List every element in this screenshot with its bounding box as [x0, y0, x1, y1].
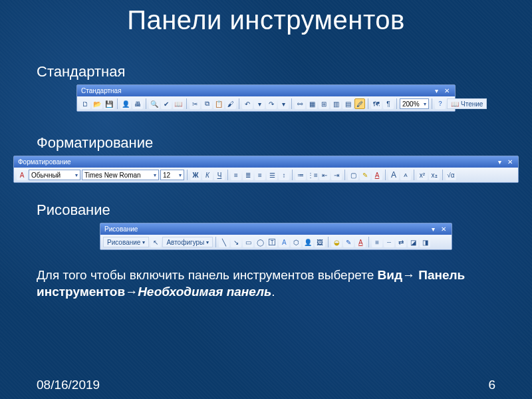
- footer-page-number: 6: [488, 378, 495, 392]
- shadow-style-icon[interactable]: ◪: [408, 237, 418, 247]
- slide-title: Панели инструментов: [0, 0, 532, 35]
- excel-icon[interactable]: ▥: [331, 98, 341, 109]
- copy-icon[interactable]: ⧉: [201, 98, 212, 109]
- read-button[interactable]: 📖 Чтение: [447, 98, 487, 109]
- tables-borders-icon[interactable]: ▦: [307, 98, 317, 109]
- toolbar-standard-title-bar[interactable]: Стандартная ▾ ✕: [77, 85, 455, 96]
- clipart-icon[interactable]: 👤: [303, 237, 313, 247]
- toolbar-dropdown-icon[interactable]: ▾: [429, 225, 437, 233]
- arrow-icon[interactable]: ↘: [231, 237, 241, 247]
- help-icon[interactable]: ？: [435, 98, 446, 109]
- undo-dropdown-icon[interactable]: ▾: [254, 98, 265, 109]
- separator: [291, 98, 292, 109]
- equation-icon[interactable]: √α: [446, 170, 456, 180]
- fill-color-icon[interactable]: ◒: [331, 237, 342, 247]
- paragraph-marks-icon[interactable]: ¶: [383, 98, 394, 109]
- shrink-font-icon[interactable]: A: [400, 170, 411, 180]
- chevron-down-icon: ▾: [142, 239, 145, 245]
- font-combo[interactable]: Times New Roman ▾: [82, 170, 159, 180]
- columns-icon[interactable]: ▤: [342, 98, 353, 109]
- bullet-list-icon[interactable]: ⋮≡: [307, 170, 318, 180]
- print-icon[interactable]: 🖶: [132, 98, 143, 109]
- increase-indent-icon[interactable]: ⇥: [331, 170, 342, 180]
- undo-icon[interactable]: ↶: [242, 98, 253, 109]
- redo-dropdown-icon[interactable]: ▾: [278, 98, 289, 109]
- line-spacing-icon[interactable]: ↕: [279, 170, 289, 180]
- instruction-period: .: [271, 285, 275, 299]
- toolbar-drawing-title: Рисование: [104, 225, 138, 233]
- separator: [186, 98, 187, 109]
- hyperlink-icon[interactable]: ⚯: [295, 98, 305, 109]
- paste-icon[interactable]: 📋: [213, 98, 224, 109]
- separator: [292, 170, 293, 180]
- drawing-toggle-icon[interactable]: 🖉: [354, 98, 365, 109]
- 3d-style-icon[interactable]: ◨: [420, 237, 430, 247]
- font-color-icon[interactable]: A: [355, 237, 366, 247]
- autoshapes-label: Автофигуры: [166, 239, 204, 246]
- textbox-icon[interactable]: 🅃: [267, 237, 277, 247]
- instruction-view: Вид: [378, 268, 402, 282]
- font-color-icon[interactable]: A: [372, 170, 382, 180]
- styles-pane-icon[interactable]: A: [17, 170, 27, 180]
- style-combo[interactable]: Обычный ▾: [29, 170, 80, 180]
- toolbar-drawing-row: Рисование ▾ ↖ Автофигуры ▾ ╲ ↘ ▭ ◯ 🅃 A ⬡…: [100, 235, 452, 249]
- research-icon[interactable]: 📖: [173, 98, 184, 109]
- font-size-combo[interactable]: 12 ▾: [160, 170, 184, 180]
- redo-icon[interactable]: ↷: [266, 98, 277, 109]
- rectangle-icon[interactable]: ▭: [243, 237, 253, 247]
- select-objects-icon[interactable]: ↖: [150, 237, 161, 247]
- separator: [442, 170, 443, 180]
- toolbar-dropdown-icon[interactable]: ▾: [495, 158, 503, 166]
- separator: [414, 170, 414, 180]
- line-color-icon[interactable]: ✎: [343, 237, 354, 247]
- zoom-value: 200%: [402, 100, 420, 108]
- oval-icon[interactable]: ◯: [255, 237, 265, 247]
- toolbar-dropdown-icon[interactable]: ▾: [432, 86, 440, 94]
- format-painter-icon[interactable]: 🖌: [225, 98, 236, 109]
- line-style-icon[interactable]: ≡: [372, 237, 382, 247]
- font-size-value: 12: [163, 172, 170, 179]
- borders-icon[interactable]: ▢: [348, 170, 358, 180]
- line-icon[interactable]: ╲: [219, 237, 229, 247]
- chevron-down-icon: ▾: [73, 172, 78, 178]
- superscript-icon[interactable]: x²: [417, 170, 428, 180]
- align-left-icon[interactable]: ≡: [231, 170, 241, 180]
- toolbar-drawing-title-bar[interactable]: Рисование ▾ ✕: [100, 223, 452, 235]
- doc-map-icon[interactable]: 🗺: [371, 98, 382, 109]
- italic-icon[interactable]: К: [202, 170, 213, 180]
- dash-style-icon[interactable]: ┄: [384, 237, 394, 247]
- highlight-icon[interactable]: ✎: [360, 170, 370, 180]
- close-icon[interactable]: ✕: [506, 158, 514, 166]
- decrease-indent-icon[interactable]: ⇤: [319, 170, 330, 180]
- align-right-icon[interactable]: ≡: [255, 170, 265, 180]
- justify-icon[interactable]: ☰: [267, 170, 277, 180]
- instruction-prefix: Для того чтобы включить панель инструмен…: [37, 268, 378, 282]
- zoom-combo[interactable]: 200% ▾: [400, 98, 429, 109]
- subscript-icon[interactable]: x₂: [429, 170, 440, 180]
- underline-icon[interactable]: Ч: [214, 170, 225, 180]
- footer-date: 08/16/2019: [37, 378, 100, 392]
- separator: [117, 98, 118, 109]
- align-center-icon[interactable]: ≣: [243, 170, 253, 180]
- permissions-icon[interactable]: 👤: [120, 98, 131, 109]
- cut-icon[interactable]: ✂: [190, 98, 200, 109]
- bold-icon[interactable]: Ж: [190, 170, 201, 180]
- new-doc-icon[interactable]: 🗋: [80, 98, 90, 109]
- toolbar-standard-title: Стандартная: [81, 87, 122, 94]
- save-icon[interactable]: 💾: [104, 98, 114, 109]
- draw-menu-button[interactable]: Рисование ▾: [103, 237, 149, 247]
- numbered-list-icon[interactable]: ≔: [295, 170, 306, 180]
- print-preview-icon[interactable]: 🔍: [149, 98, 160, 109]
- close-icon[interactable]: ✕: [440, 225, 448, 233]
- spellcheck-icon[interactable]: ✔: [161, 98, 172, 109]
- arrow-style-icon[interactable]: ⇄: [396, 237, 406, 247]
- insert-table-icon[interactable]: ⊞: [319, 98, 329, 109]
- wordart-icon[interactable]: A: [279, 237, 289, 247]
- diagram-icon[interactable]: ⬡: [291, 237, 301, 247]
- insert-picture-icon[interactable]: 🖼: [315, 237, 325, 247]
- toolbar-formatting-title-bar[interactable]: Форматирование ▾ ✕: [14, 156, 518, 168]
- grow-font-icon[interactable]: A: [388, 170, 399, 180]
- open-icon[interactable]: 📂: [92, 98, 102, 109]
- close-icon[interactable]: ✕: [443, 86, 451, 94]
- autoshapes-menu-button[interactable]: Автофигуры ▾: [162, 237, 213, 247]
